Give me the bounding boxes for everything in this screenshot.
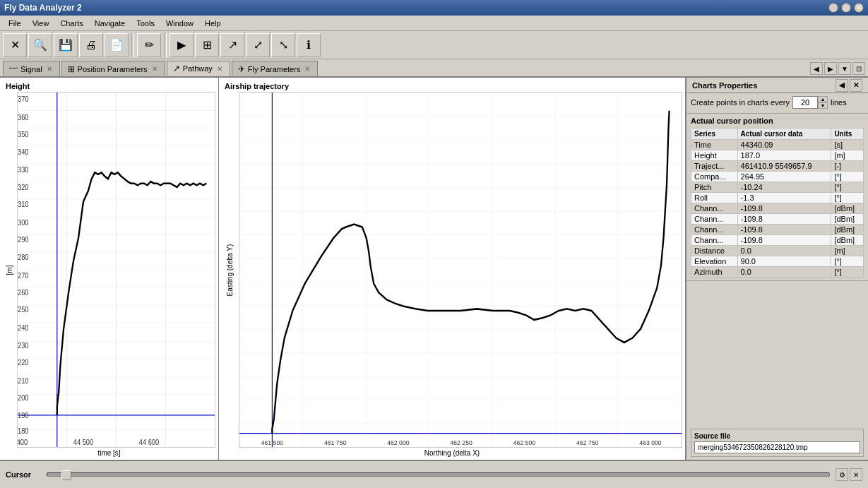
cursor-table-row: Elevation 90.0 [°] [691,256,864,267]
tab-pos-icon: ⊞ [68,64,75,74]
close-btn[interactable]: ✕ [854,3,864,13]
toolbar-save-btn[interactable]: 💾 [54,33,78,57]
trajectory-y-label: Easting (delta Y) [227,244,234,296]
svg-text:310: 310 [18,201,29,209]
panel-close-btn[interactable]: ✕ [850,79,862,92]
menu-view[interactable]: View [27,18,55,29]
cursor-value: 461410.9 5549657.9 [737,161,831,172]
toolbar-grid-btn[interactable]: ⊞ [195,33,219,57]
tab-pathway-close[interactable]: ✕ [215,64,224,73]
spinbox-down-btn[interactable]: ▼ [818,102,828,109]
toolbar: ✕ 🔍 💾 🖨 📄 ✏ ▶ ⊞ ↗ ⤢ ⤡ ℹ [0,31,868,59]
tab-fly-close[interactable]: ✕ [303,65,311,73]
cursor-series: Distance [691,246,738,256]
cursor-slider-track[interactable] [47,472,830,477]
menu-charts[interactable]: Charts [54,18,88,29]
tab-signal-icon: 〰 [9,64,18,74]
svg-text:200: 200 [18,394,29,403]
tab-signal[interactable]: 〰 Signal ✕ [3,61,60,76]
menu-help[interactable]: Help [199,18,227,29]
tab-prev-btn[interactable]: ◀ [810,62,823,75]
tab-next-btn[interactable]: ▶ [824,62,837,75]
cursor-value: 90.0 [737,256,831,267]
toolbar-play-btn[interactable]: ▶ [170,33,194,57]
svg-text:340: 340 [18,148,29,156]
svg-text:370: 370 [18,95,29,103]
menu-window[interactable]: Window [160,18,199,29]
cursor-series: Traject... [691,161,738,172]
trajectory-chart-svg: 5 549 650 5 549 700 5 549 750 5 549 800 … [239,92,682,448]
tab-navigation: ◀ ▶ ▼ ⊡ [810,62,865,75]
cursor-units: [m] [831,246,864,256]
toolbar-export-btn[interactable]: 📄 [105,33,129,57]
cursor-table-row: Chann... -109.8 [dBm] [691,235,864,246]
toolbar-print-btn[interactable]: 🖨 [79,33,103,57]
tab-pathway-icon: ↗ [173,64,180,73]
cursor-table-row: Pitch -10.24 [°] [691,182,864,193]
cursor-value: -1.3 [737,193,831,203]
create-points-spinbox[interactable]: 20 ▲ ▼ [792,96,828,109]
toolbar-sep-1 [131,33,134,57]
tab-pathway-label: Pathway [183,64,213,73]
cursor-series: Chann... [691,203,738,214]
create-points-input[interactable]: 20 [792,96,818,109]
maximize-btn[interactable]: □ [841,3,851,13]
cursor-series: Chann... [691,214,738,225]
cursor-table-row: Traject... 461410.9 5549657.9 [-] [691,161,864,172]
tab-fly-icon: ✈ [238,64,245,74]
cursor-data-table: Series Actual cursor data Units Time 443… [691,128,864,278]
cursor-table-row: Height 187.0 [m] [691,150,864,161]
cursor-value: -109.8 [737,214,831,225]
toolbar-cursor-btn[interactable]: ↗ [220,33,244,57]
tab-pathway[interactable]: ↗ Pathway ✕ [167,61,230,76]
cursor-units: [°] [831,193,864,203]
svg-text:462 000: 462 000 [387,439,409,447]
tab-fly-parameters[interactable]: ✈ Fly Parameters ✕ [232,61,319,76]
svg-text:44 600: 44 600 [139,439,160,447]
menu-file[interactable]: File [3,18,27,29]
minimize-btn[interactable]: _ [828,3,838,13]
svg-text:190: 190 [18,411,29,419]
cursor-table-row: Roll -1.3 [°] [691,193,864,203]
menu-navigate[interactable]: Navigate [89,18,131,29]
toolbar-new-btn[interactable]: ✕ [3,33,27,57]
tab-detach-btn[interactable]: ⊡ [852,62,865,75]
cursor-series: Compa... [691,172,738,182]
svg-text:250: 250 [18,306,29,314]
svg-text:350: 350 [18,131,29,139]
tab-position-parameters[interactable]: ⊞ Position Parameters ✕ [61,61,165,76]
col-units: Units [831,129,864,140]
cursor-units: [s] [831,140,864,150]
cursor-units: [dBm] [831,203,864,214]
cursor-slider-thumb[interactable] [61,470,71,480]
cursor-series: Height [691,150,738,161]
menu-tools[interactable]: Tools [131,18,160,29]
svg-text:330: 330 [18,166,29,174]
source-file-section: Source file merging534672350826228120.tm… [686,426,868,460]
spinbox-up-btn[interactable]: ▲ [818,96,828,102]
panel-pin-btn[interactable]: ◀ [836,79,848,92]
tab-signal-close[interactable]: ✕ [45,65,54,73]
toolbar-expand-btn[interactable]: ⤢ [246,33,270,57]
cursor-settings-btn[interactable]: ⚙ [836,468,848,481]
main-area: Height [m] [0,78,868,460]
cursor-value: 0.0 [737,246,831,256]
toolbar-edit-btn[interactable]: ✏ [137,33,161,57]
app-title: Fly Data Analyzer 2 [4,3,82,13]
tab-dropdown-btn[interactable]: ▼ [838,62,851,75]
svg-text:270: 270 [18,271,29,280]
col-series: Series [691,129,738,140]
cursor-series: Chann... [691,235,738,246]
svg-text:290: 290 [18,236,29,244]
height-chart-title: Height [3,81,215,92]
cursor-close-btn[interactable]: ✕ [850,468,862,481]
svg-text:462 250: 462 250 [450,439,472,447]
toolbar-shrink-btn[interactable]: ⤡ [271,33,295,57]
toolbar-info-btn[interactable]: ℹ [297,33,321,57]
cursor-units: [°] [831,256,864,267]
cursor-series: Time [691,140,738,150]
toolbar-open-btn[interactable]: 🔍 [28,33,52,57]
tab-pos-close[interactable]: ✕ [150,65,159,73]
panel-title: Charts Properties [692,81,757,90]
cursor-table-row: Distance 0.0 [m] [691,246,864,256]
